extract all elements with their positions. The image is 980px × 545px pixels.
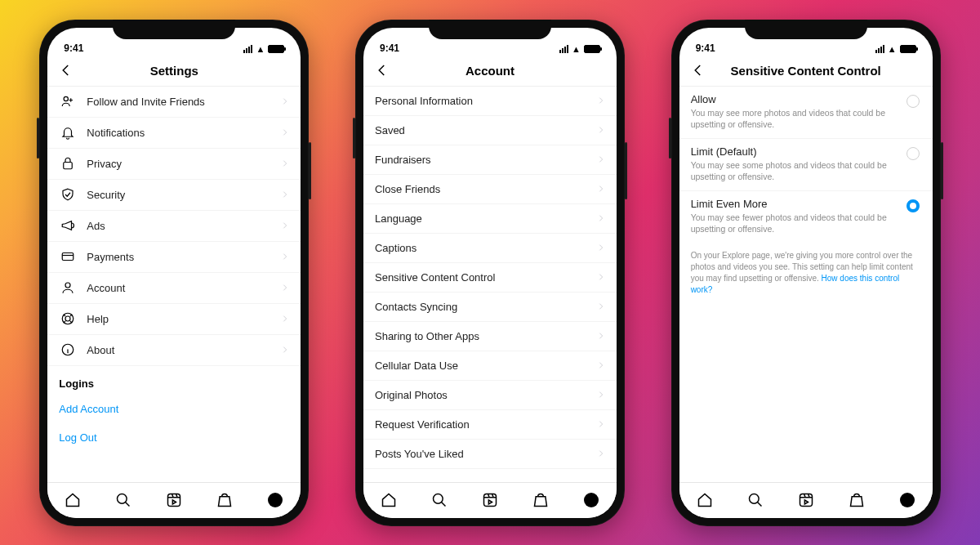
lock-icon [59, 156, 77, 171]
settings-row-megaphone[interactable]: Ads [47, 211, 301, 242]
settings-row-friends[interactable]: Follow and Invite Friends [47, 87, 301, 118]
account-row-label: Posts You've Liked [375, 448, 464, 460]
chevron-right-icon [597, 360, 605, 372]
account-row[interactable]: Fundraisers [363, 145, 617, 175]
settings-row-user[interactable]: Account [47, 273, 301, 304]
profile-icon [268, 493, 283, 507]
tab-home[interactable] [372, 492, 405, 508]
settings-row-label: Notifications [87, 127, 145, 139]
tab-shop[interactable] [208, 492, 241, 508]
status-time: 9:41 [380, 42, 399, 54]
chevron-right-icon [597, 271, 605, 284]
tab-profile[interactable] [575, 493, 608, 507]
tab-profile[interactable] [259, 493, 292, 507]
tab-home[interactable] [56, 492, 89, 508]
scc-option[interactable]: Limit Even MoreYou may see fewer photos … [679, 191, 933, 243]
chevron-right-icon [597, 154, 605, 166]
chevron-right-icon [597, 212, 605, 225]
logins-heading: Logins [47, 366, 301, 395]
add-account-link[interactable]: Add Account [47, 395, 301, 423]
card-icon [59, 249, 77, 264]
chevron-right-icon [597, 183, 605, 195]
account-row-label: Close Friends [375, 183, 440, 195]
account-row[interactable]: Language [363, 204, 617, 234]
tab-shop[interactable] [840, 492, 873, 508]
svg-point-5 [65, 316, 70, 321]
header-title: Settings [150, 64, 198, 78]
chevron-right-icon [281, 189, 289, 201]
phone-scc: 9:41 ▲ Sensitive Content Control AllowYo… [671, 20, 941, 526]
back-button[interactable] [370, 56, 394, 86]
tab-bar [47, 482, 301, 518]
bell-icon [59, 125, 77, 140]
back-button[interactable] [54, 56, 78, 86]
tab-reels[interactable] [474, 492, 506, 508]
signal-icon [559, 45, 568, 53]
back-button[interactable] [686, 56, 710, 86]
tab-reels[interactable] [790, 492, 822, 508]
account-row[interactable]: Contacts Syncing [363, 293, 617, 322]
scc-option[interactable]: Limit (Default)You may see some photos a… [679, 139, 933, 191]
account-row[interactable]: Captions [363, 234, 617, 263]
svg-rect-1 [64, 163, 73, 169]
radio-icon [906, 198, 921, 235]
account-row[interactable]: Request Verification [363, 410, 617, 440]
tab-profile[interactable] [891, 493, 924, 507]
svg-point-11 [749, 494, 759, 504]
tab-shop[interactable] [524, 492, 557, 508]
header-title: Sensitive Content Control [731, 64, 881, 78]
svg-point-7 [118, 494, 127, 504]
tab-search[interactable] [107, 492, 140, 508]
account-row-label: Contacts Syncing [375, 301, 457, 313]
scc-option[interactable]: AllowYou may see more photos and videos … [679, 87, 933, 139]
radio-icon [906, 145, 921, 182]
account-row[interactable]: Close Friends [363, 175, 617, 204]
settings-row-info[interactable]: About [47, 335, 301, 366]
scc-option-title: Limit (Default) [691, 145, 898, 158]
account-row[interactable]: Posts You've Liked [363, 440, 617, 469]
chevron-right-icon [597, 95, 605, 107]
signal-icon [875, 45, 884, 53]
account-row-label: Sharing to Other Apps [375, 330, 479, 342]
tab-home[interactable] [688, 492, 721, 508]
status-time: 9:41 [64, 42, 83, 54]
chevron-right-icon [597, 242, 605, 254]
scc-option-title: Limit Even More [691, 198, 898, 210]
settings-row-label: Help [87, 313, 109, 325]
account-row[interactable]: Saved [363, 116, 617, 145]
chevron-left-icon [59, 63, 74, 78]
notch [113, 20, 235, 39]
account-row[interactable]: Cellular Data Use [363, 351, 617, 381]
notch [745, 20, 867, 39]
account-row-label: Language [375, 212, 422, 225]
settings-row-label: Security [87, 189, 125, 201]
chevron-right-icon [597, 330, 605, 342]
tab-search[interactable] [423, 492, 456, 508]
notch [429, 20, 551, 39]
settings-row-label: Ads [87, 220, 105, 232]
account-row[interactable]: Sharing to Other Apps [363, 322, 617, 351]
chevron-right-icon [597, 124, 605, 136]
scc-learn-more-link[interactable]: How does this control work? [691, 274, 900, 294]
svg-point-3 [65, 283, 70, 288]
tab-reels[interactable] [158, 492, 190, 508]
settings-row-card[interactable]: Payments [47, 242, 301, 273]
chevron-right-icon [597, 301, 605, 313]
settings-row-shield[interactable]: Security [47, 180, 301, 211]
screen-scc: 9:41 ▲ Sensitive Content Control AllowYo… [679, 28, 933, 518]
chevron-left-icon [691, 63, 706, 78]
settings-row-lock[interactable]: Privacy [47, 149, 301, 180]
log-out-link[interactable]: Log Out [47, 423, 301, 452]
settings-row-bell[interactable]: Notifications [47, 118, 301, 149]
settings-row-label: About [87, 344, 114, 356]
settings-row-lifebuoy[interactable]: Help [47, 304, 301, 335]
chevron-right-icon [281, 220, 289, 232]
account-row[interactable]: Personal Information [363, 87, 617, 116]
tab-search[interactable] [739, 492, 772, 508]
account-row-label: Saved [375, 124, 405, 136]
account-row[interactable]: Sensitive Content Control [363, 263, 617, 293]
account-row[interactable]: Original Photos [363, 381, 617, 410]
battery-icon [584, 45, 600, 53]
phone-settings: 9:41 ▲ Settings Follow and Invite Friend… [39, 20, 309, 526]
settings-row-label: Follow and Invite Friends [87, 96, 205, 108]
